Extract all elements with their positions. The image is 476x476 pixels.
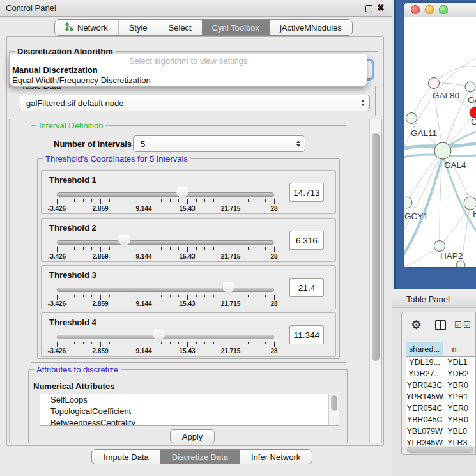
tab-label: Cyni Toolbox	[212, 23, 259, 33]
vertical-scrollbar-thumb[interactable]	[372, 133, 380, 361]
table-horizontal-scrollbar[interactable]	[406, 446, 476, 454]
slider-thumb[interactable]	[118, 235, 130, 248]
threshold-value-field[interactable]: 14.713	[289, 183, 324, 202]
control-panel-titlebar: Control Panel ✖	[0, 0, 392, 17]
cell-name[interactable]: YDR2	[443, 368, 476, 380]
slider-track[interactable]	[57, 335, 274, 339]
table-row[interactable]: YER054CYER0	[406, 403, 476, 414]
tab-infer-network[interactable]: Infer Network	[240, 450, 312, 464]
table-row[interactable]: YLR345WYLR3	[406, 437, 476, 446]
network-edge[interactable]	[411, 83, 434, 118]
cell-shared-name[interactable]: YER054C	[406, 403, 443, 414]
cell-shared-name[interactable]: YDL19...	[406, 357, 443, 368]
cell-name[interactable]: YDL1	[443, 357, 476, 368]
cell-shared-name[interactable]: YBR043C	[406, 380, 443, 391]
tab-select[interactable]: Select	[158, 20, 202, 35]
tab-jactivemnodules[interactable]: jActiveMNodules	[270, 20, 352, 35]
table-row[interactable]: YPR145WYPR1	[406, 391, 476, 403]
cell-name[interactable]: YER0	[443, 403, 476, 414]
column-header-name[interactable]: n	[443, 342, 476, 357]
threshold-value-field[interactable]: 6.316	[289, 231, 324, 250]
cell-shared-name[interactable]: YPR145W	[406, 391, 443, 403]
network-edge[interactable]	[404, 246, 440, 267]
table-row[interactable]: YBL079WYBL0	[406, 426, 476, 437]
network-node[interactable]	[434, 142, 451, 159]
cell-name[interactable]: YPR1	[443, 391, 476, 403]
cell-shared-name[interactable]: YDR27...	[406, 368, 443, 380]
column-layout-icon[interactable]	[435, 320, 446, 330]
slider-track[interactable]	[57, 240, 274, 245]
tab-cyni-toolbox[interactable]: Cyni Toolbox	[202, 20, 270, 35]
slider-thumb[interactable]	[176, 187, 188, 200]
algorithm-option-manual[interactable]: Manual Discretization	[10, 65, 367, 75]
network-edge[interactable]	[440, 203, 470, 246]
number-of-intervals-combobox[interactable]: 5	[133, 135, 305, 152]
table-row[interactable]: YBR045CYBR0	[406, 414, 476, 426]
vertical-scrollbar[interactable]	[369, 119, 381, 443]
attribute-list-item[interactable]: BetweennessCentrality	[40, 417, 338, 426]
group-title-interval-definition: Interval Definition	[36, 121, 105, 130]
numerical-attributes-list[interactable]: SelfLoopsTopologicalCoefficientBetweenne…	[40, 394, 339, 426]
bottom-tab-bar: Impute DataDiscretize DataInfer Network	[91, 449, 312, 464]
network-edge[interactable]	[404, 151, 443, 236]
apply-button[interactable]: Apply	[170, 429, 215, 443]
slider-ticks	[57, 295, 274, 300]
table-data-combobox[interactable]: galFiltered.sif default node	[19, 95, 370, 111]
gear-icon[interactable]: ⚙	[411, 318, 422, 332]
tab-discretize-data[interactable]: Discretize Data	[160, 450, 240, 464]
slider-thumb[interactable]	[153, 330, 165, 342]
tab-style[interactable]: Style	[118, 20, 158, 35]
tick-label: 9.144	[135, 300, 151, 307]
tab-network[interactable]: Network	[55, 20, 118, 35]
cell-name[interactable]: YLR3	[443, 437, 476, 446]
attributes-list-scrollbar[interactable]	[328, 394, 339, 425]
top-tab-bar: NetworkStyleSelectCyni ToolboxjActiveMNo…	[54, 19, 353, 36]
network-node[interactable]	[434, 241, 445, 252]
tick-label: 21.715	[221, 348, 241, 355]
slider-track[interactable]	[57, 288, 274, 292]
threshold-value-field[interactable]: 11.344	[289, 325, 324, 344]
attribute-list-item[interactable]: SelfLoops	[40, 394, 338, 406]
network-node[interactable]	[465, 82, 475, 92]
network-node[interactable]	[429, 78, 440, 89]
close-icon[interactable]: ✖	[377, 3, 385, 13]
algorithm-hint-option[interactable]: Select algorithm to view settings	[10, 54, 367, 65]
tick-label: -3.426	[48, 348, 66, 355]
zoom-traffic-light[interactable]	[439, 5, 448, 14]
network-node[interactable]	[404, 197, 412, 208]
tick-label: 21.715	[221, 300, 241, 307]
attributes-list-scrollbar-thumb[interactable]	[331, 395, 337, 411]
network-window-titlebar[interactable]	[404, 3, 476, 17]
network-canvas[interactable]: GAL80GACGAL11GAL4GCY1HHAP2	[404, 17, 476, 267]
threshold-value-field[interactable]: 21.4	[289, 278, 324, 297]
table-row[interactable]: YBR043CYBR0	[406, 380, 476, 391]
table-header-row: shared... n	[406, 342, 476, 357]
algorithm-option-equal-width[interactable]: Equal Width/Frequency Discretization	[10, 75, 367, 85]
tab-impute-data[interactable]: Impute Data	[92, 450, 160, 464]
tick-label: 15.43	[179, 253, 195, 260]
network-node[interactable]	[456, 261, 465, 267]
close-traffic-light[interactable]	[411, 5, 420, 14]
cell-shared-name[interactable]: YBL079W	[406, 426, 443, 437]
cell-name[interactable]: YBR0	[443, 380, 476, 391]
slider-track[interactable]	[57, 192, 274, 197]
threshold-label: Threshold 3	[49, 270, 96, 280]
cell-name[interactable]: YBR0	[443, 414, 476, 426]
attribute-list-item[interactable]: TopologicalCoefficient	[40, 406, 338, 417]
network-node[interactable]	[406, 113, 417, 124]
network-edge[interactable]	[434, 66, 476, 83]
network-node[interactable]	[464, 197, 476, 210]
cell-shared-name[interactable]: YBR045C	[406, 414, 443, 426]
minimize-traffic-light[interactable]	[425, 5, 434, 14]
checkbox-icon[interactable]: ☑	[463, 320, 471, 330]
cell-name[interactable]: YBL0	[443, 426, 476, 437]
column-header-shared-name[interactable]: shared...	[406, 342, 443, 357]
network-view-frame: GAL80GACGAL11GAL4GCY1HHAP2	[394, 0, 476, 289]
table-horizontal-scrollbar-thumb[interactable]	[407, 447, 473, 453]
table-row[interactable]: YDR27...YDR2	[406, 368, 476, 380]
float-window-icon[interactable]	[365, 5, 372, 12]
slider-thumb[interactable]	[223, 282, 234, 295]
table-row[interactable]: YDL19...YDL1	[406, 357, 476, 368]
checkbox-icon[interactable]: ☑	[454, 320, 462, 330]
cell-shared-name[interactable]: YLR345W	[406, 437, 443, 446]
